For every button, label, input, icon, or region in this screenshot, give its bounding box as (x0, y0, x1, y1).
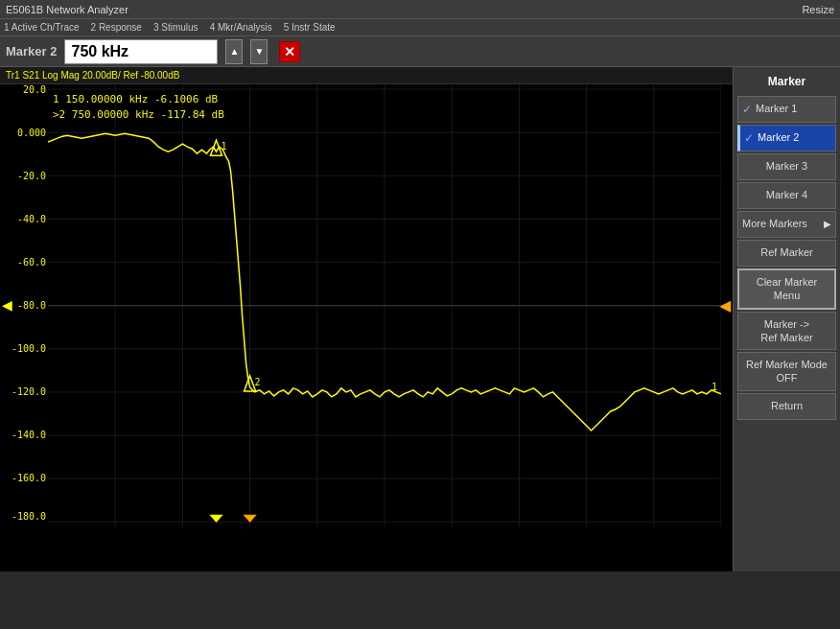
marker2-checkmark: ✓ (744, 131, 754, 145)
marker-input-bar: Marker 2 ▲ ▼ ✕ (0, 36, 840, 67)
return-label: Return (771, 400, 803, 412)
y-label-4: -60.0 (6, 257, 46, 268)
chart-svg: 1 2 1 (48, 84, 721, 526)
menu-mkr-analysis[interactable]: 4 Mkr/Analysis (210, 22, 272, 33)
right-panel: Marker ✓ Marker 1 ✓ Marker 2 Marker 3 Ma… (733, 67, 840, 571)
menu-active-ch[interactable]: 1 Active Ch/Trace (4, 22, 80, 33)
marker-to-ref-button[interactable]: Marker -> Ref Marker (737, 312, 836, 351)
marker-info-line1: 1 150.00000 kHz -6.1006 dB (53, 92, 224, 107)
marker3-label: Marker 3 (766, 160, 807, 173)
title-bar: E5061B Network Analyzer Resize (0, 0, 840, 19)
y-label-6: -100.0 (6, 343, 46, 354)
main-content: Tr1 S21 Log Mag 20.00dB/ Ref -80.00dB 1 … (0, 67, 840, 571)
more-markers-button[interactable]: More Markers ▶ (737, 211, 836, 238)
marker3-button[interactable]: Marker 3 (737, 153, 836, 180)
clear-marker-menu-label: Menu (774, 289, 801, 302)
y-label-3: -40.0 (6, 214, 46, 224)
marker2-button[interactable]: ✓ Marker 2 (737, 125, 836, 151)
ref-marker-mode-label: Ref Marker Mode (746, 358, 828, 371)
chart-area: Tr1 S21 Log Mag 20.00dB/ Ref -80.00dB 1 … (0, 67, 733, 571)
more-markers-label: More Markers (742, 218, 807, 230)
y-label-7: -120.0 (6, 386, 46, 397)
marker-info-line2: >2 750.00000 kHz -117.84 dB (53, 107, 224, 123)
chart-header: Tr1 S21 Log Mag 20.00dB/ Ref -80.00dB (0, 67, 733, 84)
marker-info-box: 1 150.00000 kHz -6.1006 dB >2 750.00000 … (53, 92, 224, 123)
marker4-label: Marker 4 (766, 189, 807, 201)
marker2-label: Marker 2 (758, 131, 799, 144)
marker-frequency-input[interactable] (64, 39, 218, 64)
y-label-2: -20.0 (6, 171, 46, 181)
ref-marker-mode-button[interactable]: Ref Marker Mode OFF (737, 352, 836, 391)
y-label-9: -160.0 (6, 473, 46, 483)
menu-bar: 1 Active Ch/Trace 2 Response 3 Stimulus … (0, 19, 840, 36)
more-markers-arrow: ▶ (824, 219, 831, 230)
ref-level-left-arrow: ◀ (2, 297, 12, 313)
y-label-1: 0.000 (6, 128, 46, 138)
clear-marker-label: Clear Marker (757, 275, 818, 289)
menu-stimulus[interactable]: 3 Stimulus (153, 22, 198, 33)
menu-response[interactable]: 2 Response (91, 22, 142, 33)
marker-bar-label: Marker 2 (6, 44, 57, 58)
bottom-marker2 (245, 515, 256, 522)
ref-marker-mode-off: OFF (777, 371, 798, 384)
close-button[interactable]: ✕ (279, 41, 300, 62)
return-button[interactable]: Return (737, 393, 836, 420)
ref-marker-label: Ref Marker (760, 246, 812, 259)
marker2-label: 2 (255, 377, 261, 387)
marker-to-ref-label1: Marker -> (764, 317, 809, 331)
marker1-checkmark: ✓ (742, 103, 752, 116)
marker-right-label: 1 (712, 382, 717, 392)
marker4-button[interactable]: Marker 4 (737, 182, 836, 209)
marker1-button[interactable]: ✓ Marker 1 (737, 96, 836, 123)
marker-decrement-button[interactable]: ▼ (250, 39, 268, 64)
panel-title: Marker (737, 71, 836, 92)
marker1-label: 1 (222, 141, 227, 151)
chart-header-text: Tr1 S21 Log Mag 20.00dB/ Ref -80.00dB (6, 70, 179, 81)
app-title: E5061B Network Analyzer (6, 4, 128, 15)
menu-instr-state[interactable]: 5 Instr State (284, 22, 336, 33)
y-label-8: -140.0 (6, 430, 46, 440)
chart-body: 1 150.00000 kHz -6.1006 dB >2 750.00000 … (0, 84, 733, 571)
y-label-0: 20.0 (6, 84, 46, 95)
ref-marker-button[interactable]: Ref Marker (737, 240, 836, 267)
bottom-marker1 (210, 515, 222, 522)
marker-to-ref-label2: Ref Marker (760, 331, 812, 344)
resize-button[interactable]: Resize (802, 4, 834, 15)
y-label-10: -180.0 (6, 511, 46, 522)
marker1-label: Marker 1 (756, 103, 797, 115)
marker-increment-button[interactable]: ▲ (225, 39, 243, 64)
clear-marker-menu-button[interactable]: Clear Marker Menu (737, 268, 836, 310)
